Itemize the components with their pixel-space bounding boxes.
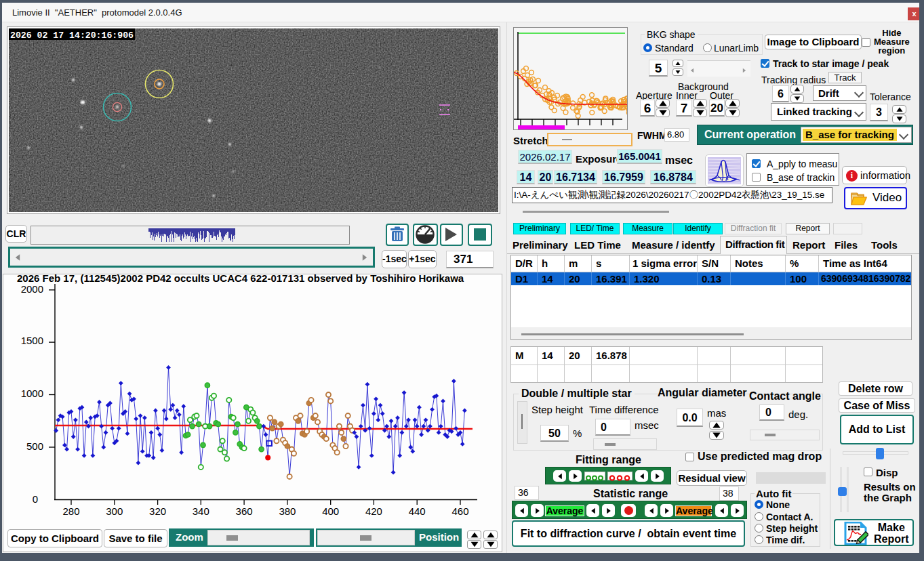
svg-text:400: 400 (322, 505, 339, 517)
svg-text:320: 320 (149, 505, 166, 517)
svg-text:420: 420 (365, 505, 382, 517)
svg-text:300: 300 (106, 505, 123, 517)
svg-text:1000: 1000 (21, 388, 43, 399)
svg-text:340: 340 (193, 505, 209, 517)
svg-text:280: 280 (62, 505, 79, 517)
svg-text:360: 360 (236, 505, 253, 517)
svg-text:1500: 1500 (21, 335, 43, 346)
svg-text:0: 0 (33, 493, 38, 505)
svg-text:2026 02 17 14:20:16:906: 2026 02 17 14:20:16:906 (10, 30, 134, 41)
svg-text:380: 380 (279, 505, 296, 517)
svg-text:500: 500 (26, 440, 43, 452)
svg-text:2000: 2000 (21, 283, 43, 295)
svg-text:440: 440 (409, 505, 426, 517)
svg-text:460: 460 (451, 505, 468, 517)
